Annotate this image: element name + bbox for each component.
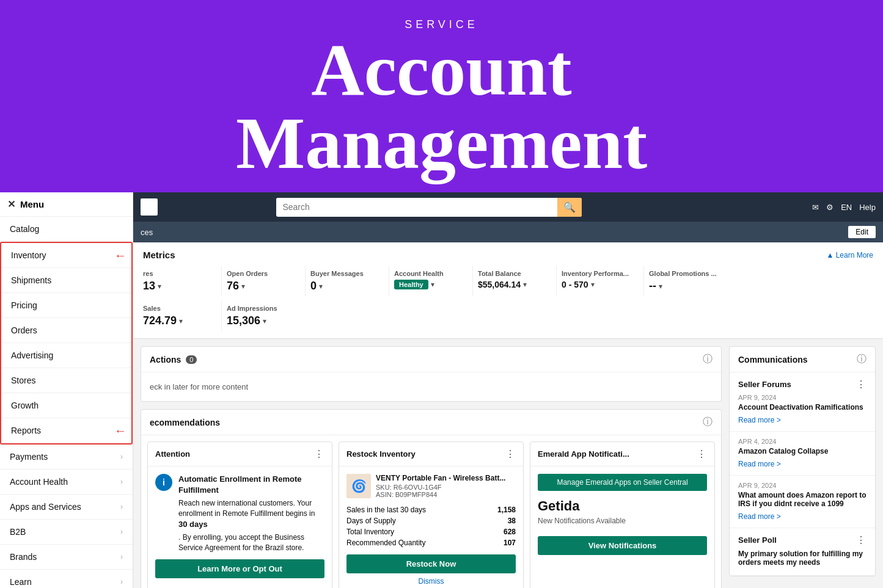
sidebar-b2b-label: B2B: [10, 527, 26, 537]
actions-empty-text: eck in later for more content: [150, 382, 248, 391]
attention-text: Automatic Enrollment in Remote Fulfillme…: [178, 474, 324, 553]
sidebar-item-brands[interactable]: Brands ›: [0, 545, 133, 570]
search-button[interactable]: 🔍: [557, 198, 582, 217]
metric-res-dropdown[interactable]: ▾: [158, 282, 161, 291]
metric-res-label: res: [143, 270, 207, 277]
metric-buyer-messages-dropdown[interactable]: ▾: [319, 282, 323, 291]
metric-ad-impressions-value: 15,306: [227, 314, 260, 327]
metric-global-promotions: Global Promotions ... -- ▾: [649, 266, 727, 296]
poll-menu-icon[interactable]: ⋮: [856, 534, 867, 546]
hero-banner: SERVICE Account Management: [0, 0, 883, 192]
sidebar-item-payments[interactable]: Payments ›: [0, 445, 133, 470]
sidebar-item-learn[interactable]: Learn ›: [0, 570, 133, 588]
metric-sales-dropdown[interactable]: ▾: [179, 317, 183, 325]
sidebar-item-shipments[interactable]: Shipments: [1, 268, 131, 293]
sidebar-item-catalog[interactable]: Catalog: [0, 217, 133, 242]
metric-inventory-perf-dropdown[interactable]: ▾: [591, 280, 595, 289]
sidebar-advertising-label: Advertising: [11, 350, 53, 360]
dismiss-button[interactable]: Dismiss: [346, 573, 516, 588]
stat-label: Recommended Quantity: [346, 537, 484, 548]
sidebar-item-orders[interactable]: Orders: [1, 318, 131, 343]
sidebar-item-advertising[interactable]: Advertising: [1, 343, 131, 368]
forum-item-header: Seller Forums ⋮: [738, 379, 867, 390]
rec-info-icon[interactable]: ⓘ: [703, 416, 713, 429]
sub-nav-text: ces: [141, 228, 153, 237]
forum-date-2: APR 4, 2024: [738, 438, 867, 445]
stat-value: 1,158: [484, 504, 516, 515]
red-arrow-inventory: ←: [114, 249, 126, 263]
forum-item-1: Seller Forums ⋮ APR 9, 2024 Account Deac…: [730, 372, 875, 432]
metric-total-balance-dropdown[interactable]: ▾: [523, 280, 527, 289]
metric-inventory-perf-value: 0 - 570: [562, 280, 588, 289]
metric-open-orders-dropdown[interactable]: ▾: [241, 282, 245, 291]
rec-card-emerald: Emerald App Notificati... ⋮ Manage Emera…: [530, 441, 715, 588]
sidebar-catalog-label: Catalog: [10, 224, 39, 234]
metrics-row-2: Sales 724.79 ▾ Ad Impressions 15,306 ▾: [143, 301, 873, 331]
sidebar-reports-label: Reports: [11, 426, 41, 435]
restock-now-button[interactable]: Restock Now: [346, 554, 516, 573]
communications-card: Communications ⓘ Seller Forums ⋮ APR 9, …: [729, 346, 876, 576]
sidebar-item-stores[interactable]: Stores: [1, 368, 131, 393]
metric-ad-impressions-dropdown[interactable]: ▾: [263, 317, 266, 325]
sidebar-item-apps-services[interactable]: Apps and Services ›: [0, 495, 133, 520]
chevron-right-icon: ›: [120, 477, 123, 486]
stat-value: 107: [484, 537, 516, 548]
search-bar[interactable]: 🔍: [276, 198, 582, 217]
read-more-3[interactable]: Read more >: [738, 512, 781, 521]
actions-info-icon[interactable]: ⓘ: [703, 353, 713, 366]
rec-card-restock: Restock Inventory ⋮ 🌀 VENTY Portable Fan…: [339, 441, 524, 588]
metric-res: res 13 ▾: [143, 266, 216, 296]
settings-icon[interactable]: ⚙: [826, 203, 834, 212]
attention-menu-icon[interactable]: ⋮: [314, 448, 324, 460]
mail-icon[interactable]: ✉: [812, 203, 819, 212]
sidebar-item-b2b[interactable]: B2B ›: [0, 520, 133, 545]
read-more-1[interactable]: Read more >: [738, 416, 781, 424]
main-content: 🔍 ✉ ⚙ EN Help ces Edit Metrics ▲ Learn M…: [133, 192, 883, 588]
search-input[interactable]: [276, 198, 557, 216]
rec-body: Attention ⋮ i Automatic Enrollment in Re…: [141, 435, 721, 588]
comm-info-icon[interactable]: ⓘ: [857, 353, 867, 366]
emerald-body: Manage Emerald Apps on Seller Central Ge…: [530, 466, 714, 562]
attention-icon: i: [155, 474, 172, 491]
forum-menu-icon[interactable]: ⋮: [856, 379, 867, 390]
restock-body: 🌀 VENTY Portable Fan - Wireless Batt... …: [339, 466, 523, 588]
learn-more-link[interactable]: ▲ Learn More: [826, 251, 873, 260]
read-more-2[interactable]: Read more >: [738, 460, 781, 468]
attention-cta-button[interactable]: Learn More or Opt Out: [155, 559, 324, 578]
rec-title: ecommendations: [150, 418, 220, 427]
left-panel: Actions 0 ⓘ eck in later for more conten…: [141, 346, 722, 588]
restock-menu-icon[interactable]: ⋮: [505, 448, 516, 460]
sidebar-item-growth[interactable]: Growth: [1, 393, 131, 418]
metric-buyer-messages-value: 0: [310, 280, 317, 292]
stat-row: Days of Supply 38: [346, 515, 516, 526]
sidebar-item-reports[interactable]: Reports ←: [1, 418, 131, 443]
emerald-menu-icon[interactable]: ⋮: [697, 448, 707, 460]
rec-cards: Attention ⋮ i Automatic Enrollment in Re…: [147, 441, 715, 588]
view-notifications-button[interactable]: View Notifications: [538, 536, 707, 555]
sidebar-payments-label: Payments: [10, 452, 48, 462]
sidebar-learn-label: Learn: [10, 577, 32, 587]
metric-global-promotions-dropdown[interactable]: ▾: [659, 282, 662, 291]
hero-title: Account Management: [0, 34, 883, 180]
sidebar-item-inventory[interactable]: Inventory ←: [1, 243, 131, 268]
chevron-right-icon: ›: [120, 503, 123, 511]
close-icon[interactable]: ✕: [7, 198, 15, 210]
sidebar-brands-label: Brands: [10, 552, 37, 562]
lang-selector[interactable]: EN: [841, 203, 852, 212]
metric-divider: [556, 266, 557, 296]
actions-title: Actions: [150, 355, 181, 365]
metric-sales-value: 724.79: [143, 314, 177, 327]
metric-buyer-messages-label: Buyer Messages: [310, 270, 374, 277]
metric-open-orders-value: 76: [227, 280, 239, 292]
metric-account-health-dropdown[interactable]: ▾: [431, 280, 434, 289]
help-link[interactable]: Help: [859, 203, 876, 212]
top-nav: 🔍 ✉ ⚙ EN Help: [133, 192, 883, 222]
sidebar-pricing-label: Pricing: [11, 300, 37, 310]
metric-ad-impressions-label: Ad Impressions: [227, 305, 290, 312]
emerald-manage-button[interactable]: Manage Emerald Apps on Seller Central: [538, 474, 707, 491]
edit-button[interactable]: Edit: [848, 226, 876, 238]
actions-badge: 0: [186, 355, 197, 364]
stat-value: 628: [484, 526, 516, 537]
sidebar-item-account-health[interactable]: Account Health ›: [0, 470, 133, 495]
sidebar-item-pricing[interactable]: Pricing: [1, 293, 131, 318]
